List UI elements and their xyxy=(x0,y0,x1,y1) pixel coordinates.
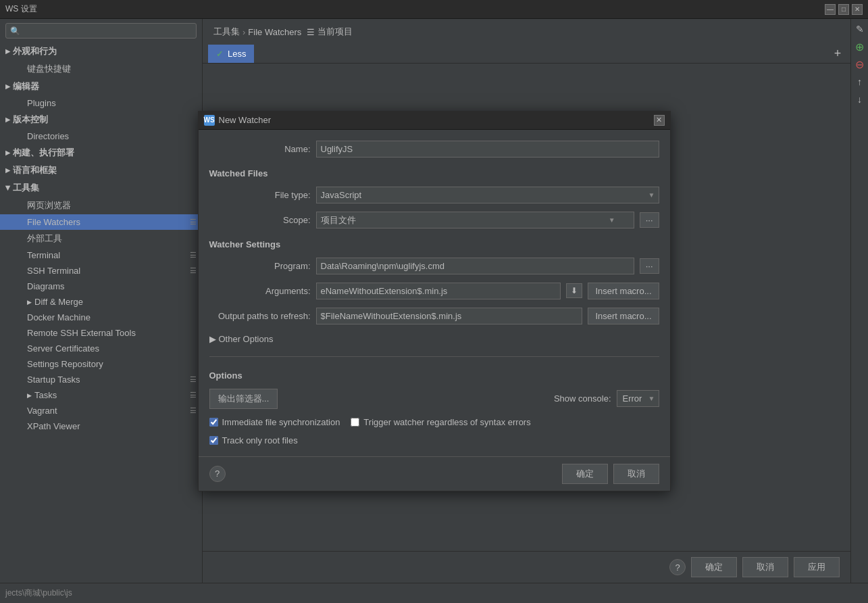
file-type-label: File type: xyxy=(209,190,311,200)
console-row: Show console: Error ▼ xyxy=(554,390,659,407)
window-title: WS 设置 xyxy=(5,3,825,15)
other-options-label: Other Options xyxy=(219,334,274,344)
name-input[interactable] xyxy=(316,141,659,158)
file-type-select-wrapper: JavaScript ▼ xyxy=(316,187,659,203)
dialog-overlay: WS New Watcher ✕ Name: Watched Files Fil… xyxy=(0,19,868,583)
bottom-path: jects\商城\public\js xyxy=(5,587,72,599)
separator xyxy=(209,356,659,357)
dialog-ok-button[interactable]: 确定 xyxy=(562,464,608,484)
scope-dots-button[interactable]: ··· xyxy=(640,212,659,228)
file-type-select[interactable]: JavaScript xyxy=(316,187,659,203)
dialog-close-button[interactable]: ✕ xyxy=(654,115,665,126)
watcher-settings-section: Watcher Settings xyxy=(209,239,659,249)
output-macro-button[interactable]: Insert macro... xyxy=(588,308,659,324)
track-root-label: Track only root files xyxy=(222,435,298,445)
options-checkboxes-row2: Track only root files xyxy=(209,435,659,445)
output-paths-row: Output paths to refresh: Insert macro... xyxy=(209,308,659,324)
output-paths-input[interactable] xyxy=(316,308,583,324)
track-root-checkbox-label[interactable]: Track only root files xyxy=(209,435,298,445)
program-browse-button[interactable]: ··· xyxy=(640,258,659,274)
arguments-input[interactable] xyxy=(316,283,561,299)
track-root-checkbox[interactable] xyxy=(209,436,218,445)
output-paths-label: Output paths to refresh: xyxy=(209,311,311,321)
arguments-macro-button[interactable]: Insert macro... xyxy=(588,283,659,299)
scope-select[interactable]: 项目文件 xyxy=(316,212,634,228)
title-bar: WS 设置 — □ ✕ xyxy=(0,0,868,19)
dialog-title-bar: WS New Watcher ✕ xyxy=(199,112,670,130)
program-input[interactable] xyxy=(316,258,634,274)
arguments-label: Arguments: xyxy=(209,286,311,296)
console-select[interactable]: Error xyxy=(617,390,659,407)
program-label: Program: xyxy=(209,261,311,271)
immediate-sync-label: Immediate file synchronization xyxy=(222,417,340,427)
output-filter-button[interactable]: 输出筛选器... xyxy=(209,389,278,409)
other-options-arrow: ▶ xyxy=(209,334,216,344)
new-watcher-dialog: WS New Watcher ✕ Name: Watched Files Fil… xyxy=(198,111,671,491)
scope-select-wrapper: 项目文件 ▼ xyxy=(316,212,634,228)
immediate-sync-checkbox[interactable] xyxy=(209,418,218,427)
trigger-watcher-checkbox[interactable] xyxy=(351,418,359,427)
trigger-watcher-label: Trigger watcher regardless of syntax err… xyxy=(363,417,530,427)
maximize-button[interactable]: □ xyxy=(838,4,849,15)
show-console-label: Show console: xyxy=(554,393,611,404)
arguments-row: Arguments: ⬇ Insert macro... xyxy=(209,283,659,299)
dialog-body: Name: Watched Files File type: JavaScrip… xyxy=(199,130,670,456)
scope-row: Scope: 项目文件 ▼ ··· xyxy=(209,212,659,228)
dialog-help-button[interactable]: ? xyxy=(209,466,226,482)
file-type-row: File type: JavaScript ▼ xyxy=(209,187,659,203)
name-label: Name: xyxy=(209,144,311,154)
name-row: Name: xyxy=(209,141,659,158)
immediate-sync-checkbox-label[interactable]: Immediate file synchronization xyxy=(209,417,340,427)
dialog-title-icon: WS xyxy=(204,115,215,126)
options-section-title: Options xyxy=(209,370,659,381)
dialog-title: New Watcher xyxy=(219,115,650,125)
bottom-bar: jects\商城\public\js xyxy=(0,583,868,603)
options-filter-row: 输出筛选器... Show console: Error ▼ xyxy=(209,389,659,409)
trigger-watcher-checkbox-label[interactable]: Trigger watcher regardless of syntax err… xyxy=(351,417,530,427)
program-row: Program: ··· xyxy=(209,258,659,274)
window-controls: — □ ✕ xyxy=(825,4,863,15)
dialog-cancel-button[interactable]: 取消 xyxy=(613,464,659,484)
options-checkboxes-row1: Immediate file synchronization Trigger w… xyxy=(209,417,659,427)
watched-files-section: Watched Files xyxy=(209,168,659,178)
dialog-footer-buttons: 确定 取消 xyxy=(562,464,659,484)
other-options-toggle[interactable]: ▶ Other Options xyxy=(209,333,659,345)
dialog-footer: ? 确定 取消 xyxy=(199,456,670,491)
close-button[interactable]: ✕ xyxy=(852,4,863,15)
scope-label: Scope: xyxy=(209,215,311,225)
arguments-icon-button[interactable]: ⬇ xyxy=(566,283,582,298)
minimize-button[interactable]: — xyxy=(825,4,836,15)
console-select-wrapper: Error ▼ xyxy=(617,390,659,407)
